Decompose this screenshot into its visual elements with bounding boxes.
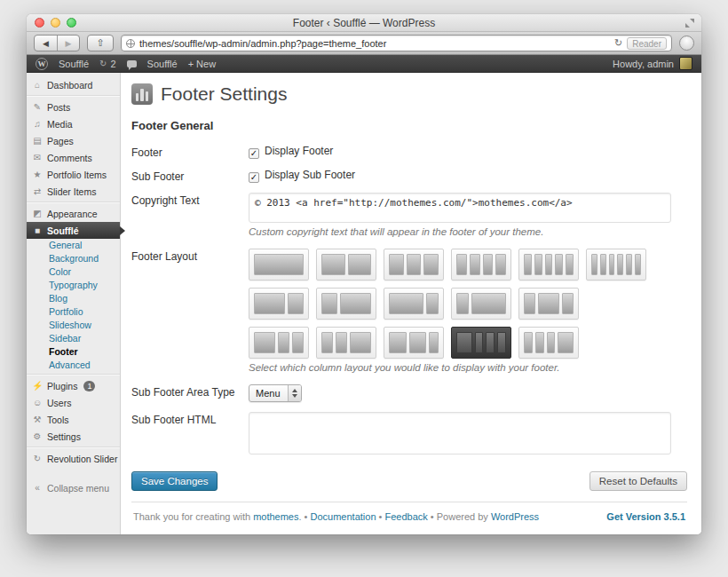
sidebar-item-label: Slider Items [47,186,96,197]
feedback-link[interactable]: Feedback [384,511,427,522]
footer-layout-option[interactable] [518,249,579,281]
back-button[interactable]: ◀ [35,36,57,51]
plugins-update-badge: 1 [83,381,95,391]
display-subfooter-checkbox[interactable] [249,172,259,183]
zoom-window-button[interactable] [67,18,76,28]
layout-column-bar [340,293,371,314]
layout-column-bar [350,332,371,353]
footer-layout-option[interactable] [451,249,511,281]
wordpress-link[interactable]: WordPress [491,511,539,522]
layout-column-bar [497,332,506,353]
address-bar[interactable]: themes/souffle/wp-admin/admin.php?page=t… [121,35,672,51]
sidebar-item-souffle[interactable]: ■ Soufflé [27,222,120,239]
forward-button[interactable]: ▶ [57,36,79,51]
sidebar-item-label: Revolution Slider [47,454,117,464]
submenu-item-sidebar[interactable]: Sidebar [27,332,120,345]
footer-layout-option[interactable] [249,327,309,359]
footer-layout-option[interactable] [316,327,376,359]
browser-action-button[interactable] [679,36,694,51]
browser-toolbar: ◀ ▶ ⇧ themes/souffle/wp-admin/admin.php?… [27,32,701,55]
layout-grid-row [249,327,687,359]
close-window-button[interactable] [35,18,44,28]
layout-column-bar [336,332,347,353]
documentation-link[interactable]: Documentation [311,511,376,522]
reset-defaults-button[interactable]: Reset to Defaults [590,471,687,491]
sidebar-item-comments[interactable]: ✉ Comments [27,149,120,166]
url-text[interactable]: themes/souffle/wp-admin/admin.php?page=t… [139,38,610,49]
layout-column-bar [470,254,480,275]
reload-icon[interactable]: ↻ [614,38,622,48]
sidebar-item-portfolio-items[interactable]: ★ Portfolio Items [27,166,120,183]
footer-layout-option[interactable] [518,288,579,320]
sidebar-item-tools[interactable]: ⚒ Tools [27,411,120,428]
window-titlebar: Footer ‹ Soufflé — WordPress [27,14,701,32]
fullscreen-icon[interactable] [685,19,694,28]
subfooter-html-textarea[interactable] [249,412,671,454]
layout-column-bar [626,254,632,275]
footer-layout-option[interactable] [384,249,444,281]
layout-column-bar [456,293,469,314]
area-type-label: Sub Footer Area Type [131,384,249,399]
subfooter-html-row: Sub Footer HTML [131,412,687,454]
admin-bar-new-menu[interactable]: + New [188,59,217,69]
wordpress-logo-icon[interactable]: W [36,58,48,70]
layout-column-bar [538,293,559,314]
admin-bar-comments[interactable] [127,60,137,67]
submenu-item-footer[interactable]: Footer [27,345,120,359]
submenu-item-slideshow[interactable]: Slideshow [27,319,120,332]
reader-button[interactable]: Reader [627,37,667,50]
minimize-window-button[interactable] [51,18,60,28]
share-button[interactable]: ⇧ [87,35,114,51]
footer-layout-option[interactable] [518,327,579,359]
admin-bar-site-name[interactable]: Soufflé [59,59,89,69]
sidebar-item-dashboard[interactable]: ⌂ Dashboard [27,76,120,93]
submenu-item-general[interactable]: General [27,239,120,252]
sidebar-item-settings[interactable]: ⚙ Settings [27,428,120,445]
updates-icon: ↻ [99,59,107,68]
layout-column-bar [471,293,506,314]
submenu-item-background[interactable]: Background [27,252,120,265]
submenu-item-blog[interactable]: Blog [27,292,120,305]
layout-grid-row [249,288,687,320]
footer-layout-option[interactable] [384,288,444,320]
footer-layout-option[interactable] [451,327,511,359]
footer-layout-option[interactable] [586,249,646,281]
howdy-text[interactable]: Howdy, admin [613,59,674,69]
layout-column-bar [409,332,427,353]
submenu-item-advanced[interactable]: Advanced [27,359,120,372]
sidebar-item-revolution-slider[interactable]: ↻ Revolution Slider [27,450,120,467]
sidebar-item-pages[interactable]: ▤ Pages [27,132,120,149]
submenu-item-typography[interactable]: Typography [27,279,120,292]
subfooter-label: Sub Footer [131,169,249,183]
footer-text: • Powered by [428,511,491,522]
sidebar-item-appearance[interactable]: ◩ Appearance [27,205,120,222]
layout-column-bar [562,293,574,314]
sidebar-item-label: Soufflé [47,225,79,236]
footer-layout-option[interactable] [384,327,444,359]
submenu-item-color[interactable]: Color [27,265,120,279]
sidebar-item-collapse-menu[interactable]: « Collapse menu [27,479,120,496]
submenu-item-portfolio[interactable]: Portfolio [27,305,120,319]
footer-layout-option[interactable] [451,288,511,320]
comments-icon: ✉ [32,154,43,162]
get-version-link[interactable]: Get Version 3.5.1 [606,511,685,522]
user-avatar[interactable] [679,57,692,70]
sidebar-item-media[interactable]: ♫ Media [27,115,120,132]
sidebar-item-plugins[interactable]: ⚡ Plugins 1 [27,377,120,394]
area-type-select[interactable]: Menu [249,384,302,402]
footer-layout-option[interactable] [249,249,309,281]
sidebar-item-posts[interactable]: ✎ Posts [27,99,120,115]
sidebar-item-slider-items[interactable]: ⇄ Slider Items [27,183,120,200]
admin-bar-updates[interactable]: ↻ 2 [99,59,116,69]
mothemes-link[interactable]: mothemes [253,511,298,522]
footer-layout-option[interactable] [249,288,309,320]
admin-bar-theme-menu[interactable]: Soufflé [147,59,178,69]
settings-icon: ⚙ [32,432,43,441]
display-footer-checkbox[interactable] [249,148,259,159]
footer-layout-option[interactable] [316,288,376,320]
footer-layout-option[interactable] [316,249,376,281]
nav-buttons: ◀ ▶ [34,35,80,51]
save-changes-button[interactable]: Save Changes [131,471,218,491]
sidebar-item-users[interactable]: ☺ Users [27,394,120,411]
copyright-textarea[interactable]: © 2013 <a href="http://mothemes.com/">mo… [249,193,671,223]
